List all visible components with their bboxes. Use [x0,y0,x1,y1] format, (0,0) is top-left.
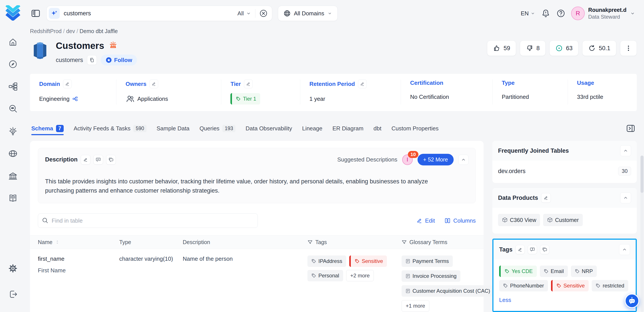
logout-icon[interactable] [8,289,18,299]
table-row[interactable]: first_name First Name character varying(… [30,249,484,311]
glossary-book-icon[interactable] [8,193,18,203]
glossary-term-chip[interactable]: Payment Terms [402,255,453,267]
user-avatar[interactable]: R [571,7,585,20]
all-domains-dropdown[interactable]: All Domains [278,6,338,21]
tag-chip[interactable]: IPAddress [308,255,346,267]
filter-funnel-icon[interactable] [402,239,407,245]
breadcrumb-connection[interactable]: RedshiftProd [30,28,66,34]
breadcrumb-schema[interactable]: dev [66,28,80,34]
domain-value[interactable]: Engineering [39,96,70,102]
home-icon[interactable] [8,37,18,47]
edit-tags-button[interactable] [516,245,525,254]
tab-sample-data[interactable]: Sample Data [157,121,190,136]
search-scope-dropdown[interactable]: All [238,10,251,17]
global-search-bar[interactable]: All [46,6,272,21]
collapse-tags-button[interactable] [619,244,630,255]
tag-chip-nrp[interactable]: NRP [571,265,597,277]
header-description[interactable]: Description [183,239,305,245]
edit-domain-button[interactable] [63,80,72,88]
atlan-logo-icon[interactable] [3,5,22,22]
breadcrumb-database[interactable]: Demo dbt Jaffle [80,28,118,34]
help-icon[interactable] [556,9,566,18]
tab-activity-feeds[interactable]: Activity Feeds & Tasks590 [74,121,146,136]
data-product-chip[interactable]: Customer [543,214,582,226]
find-in-table-input[interactable] [38,213,258,228]
header-name[interactable]: Name [38,239,117,245]
scrollbar-track[interactable] [640,155,644,312]
tab-er-diagram[interactable]: ER Diagram [332,121,364,136]
tab-data-observability[interactable]: Data Observability [246,121,292,136]
tags-card-highlighted: Tags Yes CDE Email NRP PhoneNumber [492,239,637,312]
downvote-button[interactable]: 8 [520,41,546,56]
more-tags-chip[interactable]: +2 more [346,270,374,281]
settings-gear-icon[interactable] [8,263,18,273]
copy-name-button[interactable] [87,55,97,65]
copy-tags-button[interactable] [540,245,549,254]
edit-data-products-button[interactable] [541,193,551,203]
comment-tags-button[interactable] [528,245,537,254]
products-lineage-icon[interactable] [8,82,18,92]
tab-queries[interactable]: Queries193 [200,121,236,136]
collapse-data-products-button[interactable] [620,192,631,203]
data-product-chip[interactable]: C360 View [498,214,540,226]
global-search-input[interactable] [64,10,234,17]
copy-description-button[interactable] [106,155,116,165]
announcement-siren-icon[interactable] [108,41,118,51]
tab-custom-properties[interactable]: Custom Properties [392,121,438,136]
observability-search-eye-icon[interactable] [8,104,18,114]
show-less-link[interactable]: Less [499,297,511,303]
governance-bank-icon[interactable] [8,171,18,181]
column-name[interactable]: first_name [38,255,117,262]
tag-chip[interactable]: Personal [308,270,343,281]
tag-chip-phonenumber[interactable]: PhoneNumber [499,280,548,291]
edit-columns-button[interactable]: Edit [416,217,435,224]
glossary-term-chip[interactable]: Invoice Processing [402,270,460,282]
insights-bulb-icon[interactable] [8,126,18,136]
scrollbar-thumb[interactable] [640,155,644,193]
discover-compass-icon[interactable] [8,59,18,69]
edit-description-button[interactable] [81,155,90,165]
comment-description-button[interactable] [94,155,103,165]
tab-lineage[interactable]: Lineage [302,121,322,136]
tag-chip-restricted[interactable]: restricted [592,280,628,291]
columns-button[interactable]: Columns [444,217,476,224]
tab-schema[interactable]: Schema7 [31,121,64,136]
header-type[interactable]: Type [119,239,180,245]
joined-table-name[interactable]: dev.orders [498,168,526,175]
tag-chip-yes-cde[interactable]: Yes CDE [499,265,537,277]
more-actions-kebab-button[interactable] [620,41,637,56]
expand-side-panel-icon[interactable] [626,124,636,133]
cell-column-name: first_name First Name [38,255,117,311]
edit-owners-button[interactable] [150,80,158,88]
popularity-button[interactable]: 50.1 [582,41,616,56]
score-button[interactable]: 63 [550,41,578,56]
tag-chip-email[interactable]: Email [540,265,568,277]
notifications-bell-icon[interactable] [541,9,550,18]
tag-chip-sensitive[interactable]: Sensitive [551,280,589,291]
sort-icon[interactable] [55,240,60,244]
header-tags[interactable]: Tags [308,239,399,245]
collapse-description-button[interactable] [458,155,468,165]
collapse-joined-button[interactable] [620,145,631,156]
follow-button[interactable]: Follow [101,55,137,66]
clear-search-icon[interactable] [259,9,268,18]
header-glossary[interactable]: Glossary Terms [402,239,476,245]
globe-web-icon[interactable] [8,148,18,159]
more-suggestions-button[interactable]: + 52 More [418,154,454,166]
filter-funnel-icon[interactable] [308,239,313,245]
glossary-term-chip[interactable]: Customer Acquisition Cost (CAC) [402,285,494,297]
joined-table-row[interactable]: dev.orders 30 [498,167,631,176]
ai-sparkles-icon[interactable] [49,8,60,19]
language-selector[interactable]: EN [521,10,535,17]
tier-chip[interactable]: Tier 1 [230,93,260,104]
edit-tier-button[interactable] [244,80,253,88]
user-menu[interactable]: R Rounakpreet.d Data Steward [571,7,635,20]
ai-chatbot-button[interactable] [625,293,639,308]
tag-chip-sensitive[interactable]: Sensitive [349,255,387,267]
owners-value[interactable]: Applications [138,96,168,102]
upvote-button[interactable]: 59 [487,41,516,56]
edit-retention-button[interactable] [358,80,367,88]
more-glossary-chip[interactable]: +1 more [402,300,429,311]
sidebar-toggle-icon[interactable] [31,8,41,19]
tab-dbt[interactable]: dbt [374,121,382,136]
